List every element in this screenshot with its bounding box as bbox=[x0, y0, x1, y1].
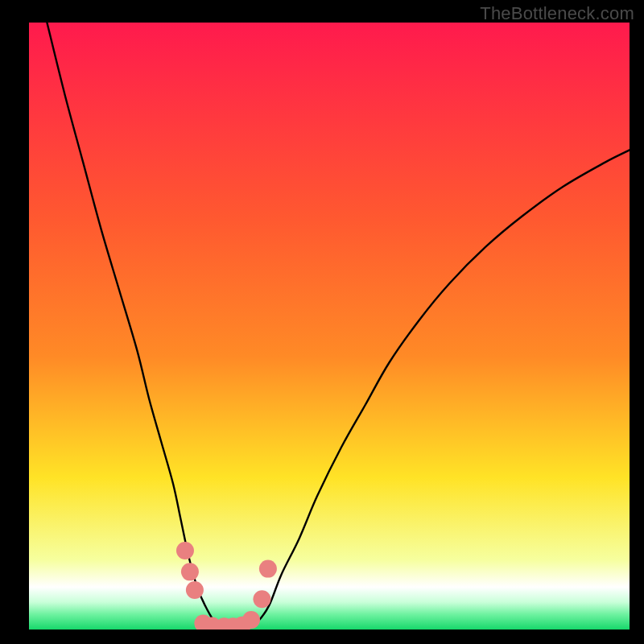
markers-left-marker bbox=[176, 542, 194, 559]
chart-container: TheBottleneck.com bbox=[0, 0, 644, 644]
bottleneck-chart bbox=[0, 0, 644, 644]
markers-right-marker bbox=[253, 590, 270, 608]
watermark-text: TheBottleneck.com bbox=[480, 3, 634, 24]
markers-left-marker bbox=[186, 581, 204, 599]
plot-background bbox=[29, 23, 630, 630]
markers-right-marker bbox=[259, 560, 277, 578]
markers-left-marker bbox=[181, 563, 199, 580]
markers-floor-marker bbox=[242, 611, 260, 629]
